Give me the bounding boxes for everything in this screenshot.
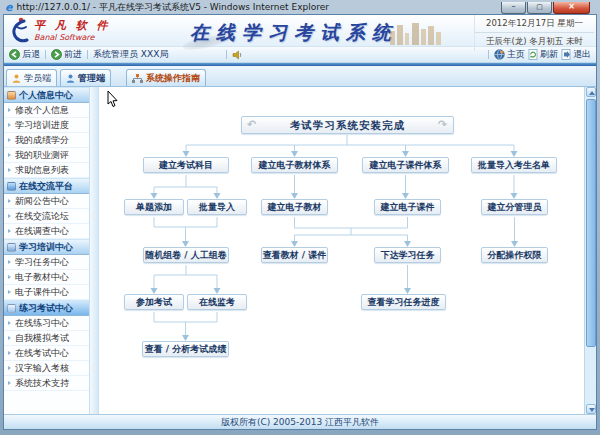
flow-node: 查看学习任务进度 (361, 294, 446, 310)
toolbar-separator (87, 50, 88, 59)
flow-node: 建立电子课件体系 (362, 157, 449, 173)
flow-node: 建立电子教材 (261, 199, 328, 215)
vertical-scrollbar[interactable] (584, 87, 596, 414)
sidebar-splitter[interactable] (90, 87, 99, 414)
lunar-date: 壬辰年(龙) 冬月初五 未时 (475, 33, 594, 51)
maximize-button[interactable] (527, 2, 552, 14)
speaker-icon[interactable] (232, 50, 243, 60)
ie-icon: e (5, 3, 12, 12)
window-body: 平 凡 软 件 Banal Software 在线学习考试系统 2012年12月… (3, 14, 597, 430)
sidebar-item[interactable]: 学习任务中心 (4, 255, 89, 270)
person-card-icon (7, 91, 16, 100)
scrollbar-thumb[interactable] (586, 99, 596, 347)
date-panel: 2012年12月17日 星期一 壬辰年(龙) 冬月初五 未时 (474, 15, 594, 51)
tab-admin-side[interactable]: 管理端 (60, 69, 111, 86)
flow-node: 建立电子教材体系 (251, 157, 338, 173)
flow-node: 建立考试科目 (143, 157, 229, 173)
app-header: 平 凡 软 件 Banal Software 在线学习考试系统 2012年12月… (4, 15, 596, 47)
footer: 版权所有(C) 2005-2013 江西平凡软件 (4, 414, 596, 429)
admin-icon (66, 74, 75, 83)
sidebar-item[interactable]: 在线调查中心 (4, 224, 89, 239)
sidebar-item[interactable]: 自我模拟考试 (4, 331, 89, 346)
sidebar-item[interactable]: 电子教材中心 (4, 270, 89, 285)
flow-node: 下达学习任务 (374, 247, 441, 263)
sidebar-item[interactable]: 学习培训进度 (4, 118, 89, 133)
flow-node: 查看 / 分析考试成绩 (142, 341, 229, 357)
forward-button[interactable]: 前进 (51, 48, 82, 61)
gregorian-date: 2012年12月17日 星期一 (475, 15, 594, 33)
flow-node: 随机组卷 / 人工组卷 (143, 247, 229, 263)
book-icon (7, 243, 16, 252)
sidebar-item[interactable]: 求助信息列表 (4, 163, 89, 178)
logo-text-en: Banal Software (34, 33, 111, 42)
flow-node: 批量导入 (187, 199, 247, 215)
logged-in-user: 系统管理员 XXX局 (93, 48, 168, 61)
sidebar-item[interactable]: 我的成绩学分 (4, 133, 89, 148)
flow-node: 单题添加 (124, 199, 184, 215)
flow-node: 在线监考 (187, 294, 247, 310)
tab-strip: 学员端 管理端 系统操作指南 (4, 66, 596, 87)
tab-system-guide[interactable]: 系统操作指南 (126, 69, 206, 86)
sidebar-section-online-exchange[interactable]: 在线交流平台 (4, 178, 89, 194)
flow-node: 查看教材 / 课件 (261, 247, 328, 263)
sidebar-item[interactable]: 电子课件中心 (4, 285, 89, 300)
toolbar-separator (45, 50, 46, 59)
toolbar-separator (488, 50, 489, 59)
flow-node: 参加考试 (124, 294, 184, 310)
banner-arrow-left-decoration: ↶ (247, 117, 257, 133)
sidebar-item[interactable]: 修改个人信息 (4, 103, 89, 118)
close-button[interactable] (553, 2, 590, 14)
sidebar-item[interactable]: 在线交流论坛 (4, 209, 89, 224)
scroll-down-button[interactable] (586, 404, 596, 414)
forward-icon (51, 49, 62, 60)
sidebar-item[interactable]: 在线练习中心 (4, 316, 89, 331)
sidebar-item[interactable]: 在线考试中心 (4, 346, 89, 361)
flow-node: 分配操作权限 (481, 247, 548, 263)
sidebar-section-personal-info[interactable]: 个人信息中心 (4, 87, 89, 103)
logo-text-cn: 平 凡 软 件 (34, 18, 111, 33)
chat-icon (7, 182, 16, 191)
sidebar-section-practice-exam[interactable]: 练习考试中心 (4, 300, 89, 316)
sidebar-item[interactable]: 新闻公告中心 (4, 194, 89, 209)
title-bar: e http://127.0.0.1/ - 平凡在线学习考试系统V5 - Win… (0, 0, 600, 14)
scroll-up-button[interactable] (586, 87, 596, 97)
flow-node: 建立分管理员 (481, 199, 548, 215)
flow-node: ↶ 考试学习系统安装完成 ↷ (241, 116, 454, 134)
sidebar-section-learning-training[interactable]: 学习培训中心 (4, 239, 89, 255)
banner-arrow-right-decoration: ↷ (438, 117, 448, 133)
toolbar-separator (226, 50, 227, 59)
sidebar: 个人信息中心 修改个人信息 学习培训进度 我的成绩学分 我的职业测评 求助信息列… (4, 87, 90, 414)
tab-student-side[interactable]: 学员端 (6, 69, 57, 86)
flow-node: 建立电子课件 (374, 199, 441, 215)
sidebar-item[interactable]: 我的职业测评 (4, 148, 89, 163)
copyright-text: 版权所有(C) 2005-2013 江西平凡软件 (221, 417, 379, 427)
sidebar-item[interactable]: 汉字输入考核 (4, 361, 89, 376)
minimize-button[interactable] (501, 2, 526, 14)
sidebar-item[interactable]: 系统技术支持 (4, 376, 89, 391)
window-title: http://127.0.0.1/ - 平凡在线学习考试系统V5 - Windo… (16, 1, 328, 14)
back-button[interactable]: 后退 (9, 48, 40, 61)
browser-window: e http://127.0.0.1/ - 平凡在线学习考试系统V5 - Win… (0, 0, 600, 435)
app-logo: 平 凡 软 件 Banal Software (8, 17, 111, 43)
guide-content-area: ↶ 考试学习系统安装完成 ↷ 建立考试科目 建立电子教材体系 建立电子课件体系 … (99, 87, 596, 414)
sitemap-icon (132, 74, 143, 83)
logo-figure-icon (8, 17, 30, 43)
back-icon (9, 49, 20, 60)
exam-checkbox-icon (7, 304, 16, 313)
student-icon (12, 74, 21, 83)
buildings-decoration-image (388, 21, 444, 45)
mouse-cursor (107, 91, 119, 108)
flow-node: 批量导入考生名单 (471, 157, 557, 173)
